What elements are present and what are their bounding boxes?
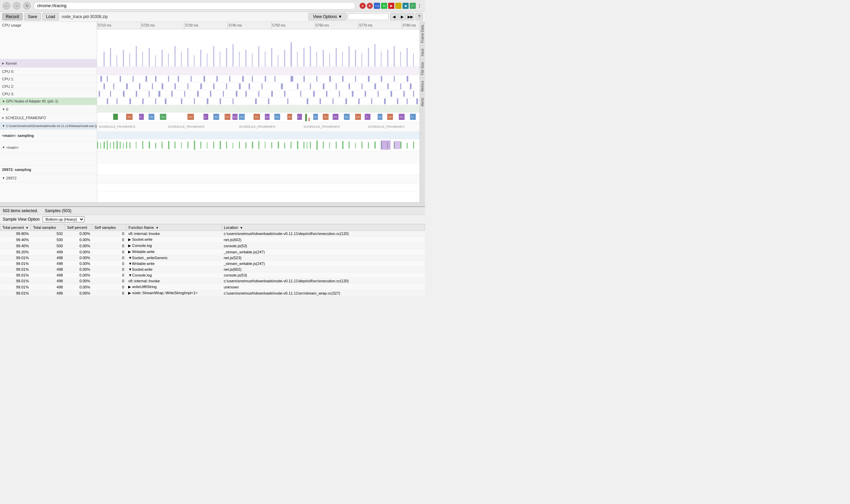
gpu0-collapse-icon[interactable]: ▼ (2, 108, 5, 111)
table-row[interactable]: 99.80% 502 0.00% 0 v8::internal::Invoke … (0, 231, 425, 237)
svg-rect-10 (168, 53, 169, 66)
menu-button[interactable]: ⋮ (417, 3, 422, 9)
svg-rect-99 (410, 83, 412, 89)
cell-total-pct: 99.01% (0, 267, 31, 272)
save-button[interactable]: Save (24, 13, 41, 20)
extension-icon-6[interactable]: ↓ (395, 3, 401, 9)
sched-label-5: SCHEDULE_FRAMEINFO (368, 125, 405, 128)
svg-rect-147 (397, 98, 398, 104)
cli-block-21[interactable]: C... (365, 114, 370, 120)
forward-button[interactable]: → (13, 2, 20, 10)
cell-total-s: 502 (31, 231, 65, 237)
time-ruler: 5710 ms 5720 ms 5730 ms 5740 ms 5750 ms … (97, 22, 420, 29)
table-row[interactable]: 99.01% 498 0.00% 0 ▼Socket._writeGeneric… (0, 255, 425, 261)
timeline-panel[interactable]: 5710 ms 5720 ms 5730 ms 5740 ms 5750 ms … (97, 22, 420, 202)
table-row[interactable]: 99.01% 498 0.00% 0 ▼Console.log console.… (0, 272, 425, 278)
view-options-button[interactable]: View Options ▼ (308, 13, 347, 20)
table-row[interactable]: 99.40% 500 0.00% 0 ▶ Console.log console… (0, 243, 425, 249)
cli-block-5[interactable]: CLI (187, 114, 194, 120)
table-row[interactable]: 99.20% 499 0.00% 0 ▶ Writable.write _str… (0, 249, 425, 255)
table-row[interactable]: 99.01% 498 0.00% 0 v8::internal::Invoke … (0, 278, 425, 284)
table-row[interactable]: 99.01% 498 0.00% 0 ▼Writable.write _stre… (0, 261, 425, 267)
cli-block-12[interactable]: CLI (265, 114, 270, 120)
cli-block-small-green[interactable] (305, 114, 307, 121)
extension-icon-5[interactable]: ▶ (388, 3, 394, 9)
process-collapse-icon[interactable]: ▼ (2, 124, 5, 128)
cli-block-4[interactable]: CLI (160, 114, 166, 120)
cli-block-11[interactable]: CLI (254, 114, 260, 120)
pid29972b-collapse-icon[interactable]: ▼ (2, 176, 5, 180)
sample-view-select[interactable]: Bottom-up (Heavy) (43, 216, 85, 222)
th-function-name[interactable]: Function Name ▼ (126, 224, 222, 231)
th-location[interactable]: Location ▼ (222, 224, 425, 231)
gpu-nodes-collapse-icon[interactable]: ▼ (2, 100, 5, 103)
back-button[interactable]: ← (3, 2, 10, 10)
label-gpu0[interactable]: ▼ 0 (0, 105, 97, 114)
cli-block-13[interactable]: CLI (274, 114, 280, 120)
label-kernel[interactable]: ▶ Kernel (0, 59, 97, 68)
cli-block-10[interactable]: CLI (239, 114, 245, 120)
table-row[interactable]: 99.01% 498 0.00% 0 ▶ writeUtf8String unk… (0, 284, 425, 290)
cli-block-9[interactable]: CLI (232, 114, 237, 120)
svg-rect-157 (120, 142, 121, 148)
help-button[interactable]: ? (415, 13, 423, 20)
tab-file-size[interactable]: File Size (420, 59, 425, 78)
label-gpu-nodes[interactable]: ▼ GPU Nodes of Adapter #0: (pid -1) (0, 98, 97, 105)
extension-icon-8[interactable]: ✓ (410, 3, 416, 9)
sched-frame-collapse-icon[interactable]: ▶ (2, 116, 4, 120)
url-bar[interactable]: chrome://tracing (33, 2, 355, 10)
cli-block-23[interactable]: CLI (387, 114, 393, 120)
cli-block-8[interactable]: CLI (225, 114, 230, 120)
extension-icon-1[interactable]: ● (360, 3, 366, 9)
extension-icon-3[interactable]: +11 (374, 3, 380, 9)
cli-block-c[interactable]: C (308, 118, 310, 121)
cli-block-7[interactable]: CLI (213, 114, 219, 120)
cli-block-19[interactable]: CLI (344, 114, 350, 120)
cli-block-16[interactable]: CLI (313, 114, 318, 120)
main-collapse-icon[interactable]: ▼ (2, 146, 5, 149)
cli-block-17[interactable]: CLI (323, 114, 329, 120)
cli-block-green[interactable] (113, 114, 118, 120)
next-next-arrow-button[interactable]: ▶▶ (407, 13, 414, 20)
record-button[interactable]: Record (2, 13, 23, 20)
label-cpu-usage: CPU usage (0, 22, 97, 59)
tab-input[interactable]: Input (420, 46, 425, 59)
tab-metrics[interactable]: Metrics (420, 78, 425, 94)
cli-block-6[interactable]: C... (203, 114, 208, 120)
label-main[interactable]: ▼ <main> (0, 142, 97, 154)
th-self-samples[interactable]: Self samples (92, 224, 126, 231)
cli-block-2[interactable]: C... (139, 114, 144, 120)
label-sched-frame[interactable]: ▶ SCHEDULE_FRAMEINFO (0, 114, 97, 122)
label-pid29972b[interactable]: ▼ 29972 (0, 174, 97, 183)
horizontal-scrollbar[interactable] (0, 202, 425, 206)
load-button[interactable]: Load (42, 13, 59, 20)
cli-block-14[interactable]: CLI (287, 114, 292, 120)
th-total-samples[interactable]: Total samples (31, 224, 65, 231)
refresh-button[interactable]: ↻ (23, 2, 31, 10)
cli-block-20[interactable]: CLI (355, 114, 361, 120)
svg-rect-171 (200, 142, 201, 148)
svg-rect-156 (117, 141, 118, 149)
prev-arrow-button[interactable]: ◀ (390, 13, 398, 20)
th-self-percent[interactable]: Self percent (65, 224, 92, 231)
table-row[interactable]: 99.01% 498 0.00% 0 ▶ node::StreamWrap::W… (0, 290, 425, 296)
cli-block-24[interactable]: CLI (399, 114, 405, 120)
data-table-container[interactable]: Total percent ▼ Total samples Self perce… (0, 224, 425, 296)
tab-alerts[interactable]: Alerts (420, 95, 425, 109)
cli-block-15[interactable]: C... (297, 114, 302, 120)
th-total-percent[interactable]: Total percent ▼ (0, 224, 31, 231)
tab-frame-data[interactable]: Frame Data (420, 22, 425, 46)
extension-icon-2[interactable]: ● (367, 3, 373, 9)
cli-block-3[interactable]: CLI (149, 114, 154, 120)
cli-block-22[interactable]: CLI (378, 114, 382, 120)
cli-block-25[interactable]: C... (410, 114, 416, 120)
table-row[interactable]: 99.01% 498 0.00% 0 ▼Socket.write net.js(… (0, 267, 425, 272)
extension-icon-7[interactable]: ◆ (403, 3, 409, 9)
search-input[interactable] (348, 13, 389, 20)
cli-block-18[interactable]: CLI (333, 114, 338, 120)
table-row[interactable]: 99.40% 500 0.00% 0 ▶ Socket.write net.js… (0, 237, 425, 243)
cli-block-1[interactable]: CLI (126, 114, 133, 120)
next-arrow-button[interactable]: ▶ (398, 13, 406, 20)
extension-icon-4[interactable]: G (381, 3, 387, 9)
label-process[interactable]: ▼ C:\Users\sneimush\Downloads\node-v0.11… (0, 122, 97, 130)
